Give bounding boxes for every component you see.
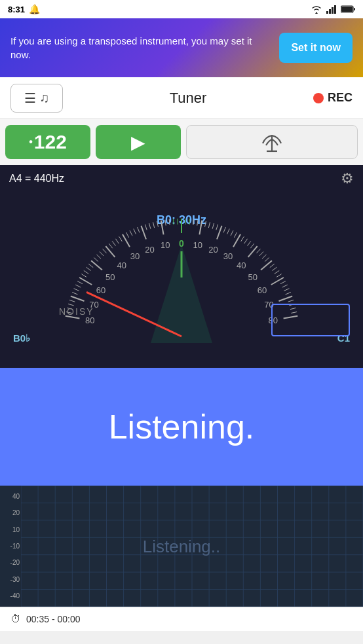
tuner-header: A4 = 440Hz ⚙ (0, 165, 363, 192)
svg-line-38 (105, 246, 115, 257)
svg-line-78 (231, 230, 233, 236)
spectrum-labels: 402010-10-20-30-40 (0, 486, 21, 607)
rec-button[interactable]: REC (313, 91, 353, 105)
banner: If you are using a transposed instrument… (0, 18, 363, 77)
tuner-display: A4 = 440Hz ⚙ B0: 30Hz (0, 165, 363, 368)
svg-line-92 (261, 260, 272, 270)
toolbar-title: Tuner (63, 90, 313, 107)
svg-rect-1 (329, 9, 331, 14)
svg-line-32 (91, 260, 102, 270)
svg-line-50 (141, 226, 146, 240)
status-left: 8:31 🔔 (8, 4, 40, 14)
info-box (271, 304, 350, 336)
svg-text:50: 50 (248, 272, 258, 282)
a4-label: A4 = 440Hz (9, 173, 64, 185)
svg-line-53 (149, 223, 150, 229)
svg-line-29 (84, 270, 88, 274)
svg-line-24 (75, 285, 81, 287)
svg-line-47 (130, 230, 132, 236)
spectrum-label: 20 (1, 509, 20, 516)
set-it-now-button[interactable]: Set it now (279, 33, 353, 63)
banner-text: If you are using a transposed instrument… (10, 34, 271, 62)
settings-icon[interactable]: ⚙ (341, 170, 354, 187)
svg-line-48 (134, 229, 136, 234)
svg-line-28 (81, 274, 86, 277)
svg-line-84 (248, 241, 251, 245)
svg-line-71 (208, 222, 210, 228)
rec-label: REC (328, 91, 353, 105)
svg-line-101 (282, 285, 288, 287)
noisy-label: NOISY (59, 306, 94, 317)
svg-line-35 (97, 255, 101, 259)
listening-text: Listening. (109, 407, 255, 446)
spectrum-label: 40 (1, 493, 20, 500)
svg-text:40: 40 (237, 260, 246, 270)
svg-line-65 (189, 219, 190, 224)
svg-line-76 (223, 227, 225, 232)
svg-line-34 (94, 258, 98, 262)
svg-line-80 (233, 234, 240, 247)
spectrum-label: -40 (1, 592, 20, 599)
timer-text: 00:35 - 00:00 (26, 614, 81, 624)
svg-line-103 (286, 293, 291, 295)
svg-line-95 (272, 267, 277, 270)
svg-line-86 (248, 246, 258, 257)
spectrum-label: -30 (1, 576, 20, 583)
svg-text:30: 30 (130, 251, 140, 261)
svg-text:20: 20 (145, 245, 154, 255)
svg-text:60: 60 (258, 285, 267, 295)
svg-line-43 (119, 236, 123, 241)
svg-line-18 (68, 304, 74, 305)
signal-icon (326, 5, 337, 14)
svg-rect-6 (354, 8, 355, 10)
svg-line-22 (72, 293, 77, 295)
status-bar: 8:31 🔔 (0, 0, 363, 18)
svg-text:30: 30 (223, 251, 233, 261)
svg-text:80: 80 (85, 315, 94, 325)
svg-line-85 (250, 243, 254, 248)
spectrum-area: 402010-10-20-30-40 Listening.. (0, 486, 363, 607)
svg-line-52 (145, 224, 147, 230)
svg-line-20 (71, 296, 85, 301)
svg-line-54 (153, 222, 154, 228)
svg-text:40: 40 (117, 260, 126, 270)
listening-area: Listening. (0, 368, 363, 486)
svg-line-23 (74, 289, 79, 291)
svg-line-40 (109, 243, 113, 248)
antenna-icon (259, 130, 285, 154)
bpm-display: • 122 (5, 125, 90, 159)
svg-line-91 (265, 258, 269, 262)
dial-container: B0: 30Hz 8070605040302010010203040506070… (0, 192, 363, 349)
svg-line-82 (241, 236, 244, 241)
svg-line-83 (244, 239, 248, 243)
svg-rect-5 (341, 7, 353, 12)
svg-line-60 (173, 219, 174, 224)
svg-line-19 (69, 300, 75, 302)
svg-line-46 (126, 232, 128, 238)
bpm-dot: • (29, 136, 33, 148)
svg-text:20: 20 (208, 245, 218, 255)
svg-line-25 (77, 281, 83, 283)
status-right (311, 5, 355, 14)
svg-line-44 (123, 234, 130, 247)
svg-text:60: 60 (96, 285, 105, 295)
svg-line-73 (216, 224, 218, 230)
play-button[interactable]: ▶ (96, 125, 181, 159)
svg-line-98 (271, 277, 284, 285)
svg-line-88 (256, 249, 260, 253)
svg-rect-3 (334, 5, 336, 14)
svg-line-26 (79, 277, 92, 285)
svg-line-41 (112, 241, 115, 245)
svg-line-90 (262, 255, 266, 259)
svg-line-100 (280, 281, 286, 283)
svg-text:0: 0 (179, 238, 184, 249)
wifi-icon (311, 5, 322, 14)
svg-line-104 (278, 296, 292, 301)
svg-rect-2 (332, 7, 334, 14)
svg-line-72 (212, 223, 214, 229)
svg-line-74 (217, 226, 222, 240)
svg-line-77 (227, 229, 230, 234)
signal-button[interactable] (186, 125, 358, 159)
menu-button[interactable]: ☰ ♫ (10, 84, 63, 113)
svg-line-96 (275, 270, 279, 274)
